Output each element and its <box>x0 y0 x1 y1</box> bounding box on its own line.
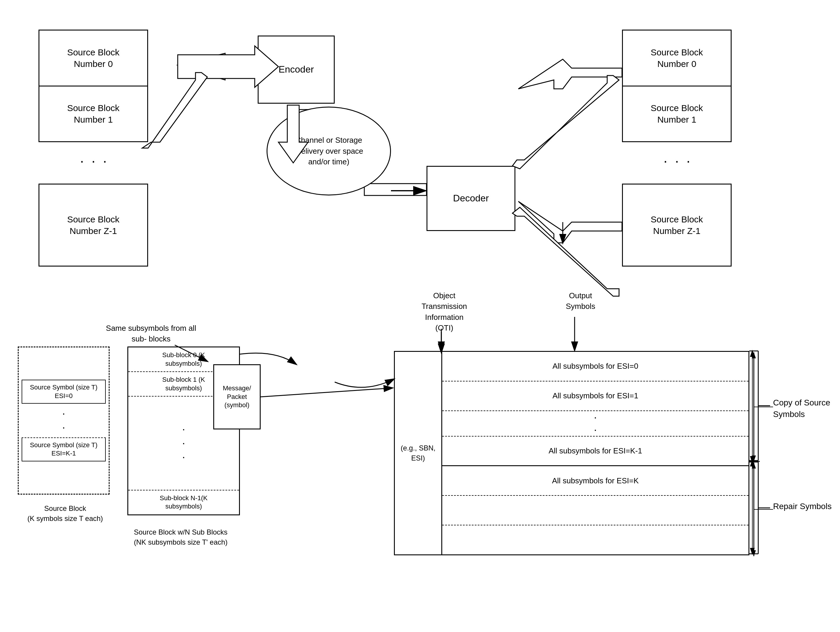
message-packet-box: Message/Packet(symbol) <box>213 364 261 430</box>
esi-dots: ·· <box>594 411 597 436</box>
source-block-z-left: Source Block Number Z-1 <box>38 183 148 267</box>
source-symK-label: Source Symbol (size T) ESI=K-1 <box>30 441 98 457</box>
svg-marker-5 <box>518 201 622 243</box>
channel-ellipse: Channel or Storage (delivery over space … <box>267 107 391 196</box>
subblock-1-label: Sub-block 1 (Ksubsymbols) <box>162 376 205 392</box>
source-block-caption: Source Block(K symbols size T each) <box>12 504 118 523</box>
dots-right-1: · · · <box>663 151 692 171</box>
oti-col-label: (e.g., SBN,ESI) <box>401 443 436 463</box>
decoder-box: Decoder <box>426 166 515 231</box>
source-block-z-right: Source Block Number Z-1 <box>622 183 732 267</box>
same-subsymbols-label: Same subsymbols from all sub- blocks <box>104 323 199 344</box>
svg-line-27 <box>261 388 392 397</box>
source-block-1-left-label: Source Block Number 1 <box>39 87 147 142</box>
encoder-box: Encoder <box>258 36 335 104</box>
esik1-row: All subsymbols for ESI=K-1 <box>549 446 642 455</box>
source-block-1-right-label: Source Block Number 1 <box>623 87 731 142</box>
svg-marker-23 <box>512 76 619 169</box>
svg-marker-1 <box>178 53 267 80</box>
svg-marker-31 <box>752 352 756 359</box>
source-block-0-left-label: Source Block Number 0 <box>39 30 147 87</box>
dots-left-1: · · · <box>80 151 109 171</box>
copy-source-symbols-label: Copy of SourceSymbols <box>773 397 838 420</box>
svg-marker-35 <box>752 463 756 469</box>
svg-marker-3 <box>364 183 426 196</box>
svg-marker-4 <box>518 59 622 89</box>
svg-marker-32 <box>752 455 756 461</box>
esi1-row: All subsymbols for ESI=1 <box>553 391 638 400</box>
svg-marker-24 <box>512 207 619 296</box>
esik-row: All subsymbols for ESI=K <box>552 476 639 485</box>
subblock-0-label: Sub-block 0 (Ksubsymbols) <box>162 351 205 367</box>
diagram: Source Block Number 0 Source Block Numbe… <box>0 0 840 632</box>
svg-marker-36 <box>752 550 756 556</box>
oti-label: ObjectTransmissionInformation(OTI) <box>409 290 480 333</box>
source-sym0-label: Source Symbol (size T) ESI=0 <box>30 384 98 400</box>
sub-blocks-caption: Source Block w/N Sub Blocks(NK subsymbol… <box>112 527 249 547</box>
esi0-row: All subsymbols for ESI=0 <box>553 362 638 371</box>
repair-symbols-label: Repair Symbols <box>773 501 832 512</box>
source-block-0-right: Source Block Number 0 Source Block Numbe… <box>622 30 732 142</box>
svg-marker-20 <box>142 73 207 148</box>
source-block-0-left: Source Block Number 0 Source Block Numbe… <box>38 30 148 142</box>
output-symbols-label: OutputSymbols <box>551 290 610 312</box>
source-block-0-right-label: Source Block Number 0 <box>623 30 731 87</box>
source-block-detail: Source Symbol (size T) ESI=0 ·· Source S… <box>18 346 110 495</box>
subblock-n1-label: Sub-block N-1(Ksubsymbols) <box>159 494 207 510</box>
